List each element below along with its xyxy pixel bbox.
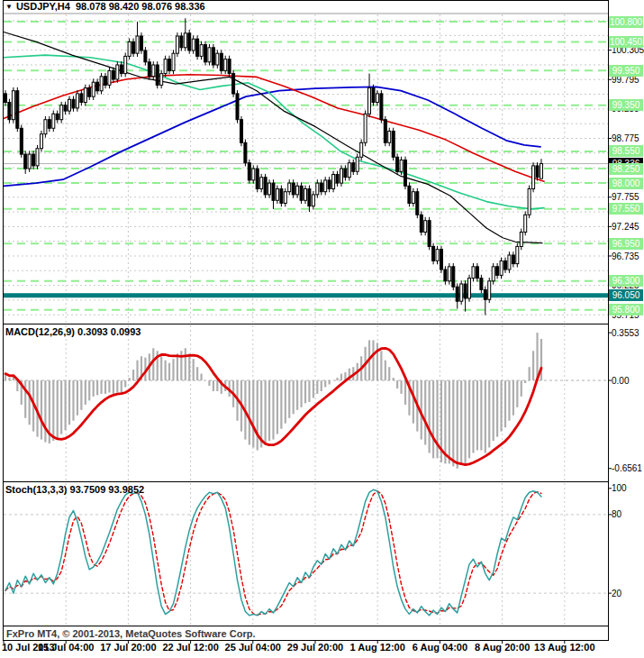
candle-bear [48, 120, 50, 129]
price-axis-label: 97.755 [612, 191, 644, 203]
candle-bear [148, 62, 150, 77]
candle-bear [476, 267, 478, 279]
candle-bear [132, 41, 135, 53]
candle-bear [8, 103, 11, 120]
candle-bear [240, 120, 243, 143]
candle-bear [328, 180, 331, 189]
candle-bear [484, 289, 486, 299]
candle-bull [368, 88, 371, 114]
candle-bear [496, 267, 499, 276]
stoch-axis-label: 20 [612, 588, 644, 599]
candle-bear [212, 48, 214, 65]
candle-bear [432, 246, 435, 260]
candle-bull [184, 33, 186, 48]
level-price-badge: 98.550 [609, 145, 643, 157]
candle-bull [92, 82, 95, 96]
candle-bear [456, 287, 458, 301]
level-price-badge: 96.300 [609, 275, 643, 287]
time-axis-label: 22 Jul 12:00 [162, 642, 218, 653]
level-price-badge: 95.800 [609, 304, 643, 315]
candle-bull [360, 142, 363, 157]
time-axis-label: 6 Aug 04:00 [413, 642, 467, 653]
candle-bull [492, 267, 494, 281]
level-price-badge: 100.800 [609, 16, 643, 28]
candle-bear [336, 175, 339, 184]
platform-copyright: FxPro MT4, © 2001-2013, MetaQuotes Softw… [6, 628, 255, 639]
candle-bear [180, 36, 183, 48]
time-axis-label: 17 Jul 20:00 [100, 642, 156, 653]
candle-bear [384, 120, 386, 143]
level-price-badge: 99.950 [609, 65, 643, 77]
candle-bear [292, 183, 295, 195]
candle-bear [220, 53, 222, 70]
price-axis-label: 97.245 [612, 221, 644, 233]
candle-bull [524, 215, 527, 232]
candle-bear [5, 94, 7, 103]
symbol-dropdown-icon[interactable]: ▼ [5, 3, 13, 11]
macd-main-value: 0.3093 [77, 326, 108, 337]
candle-bear [204, 45, 207, 62]
candle-bear [352, 163, 355, 172]
candle-bull [68, 99, 71, 111]
candle-bear [504, 260, 507, 270]
time-axis-label: 15 Jul 04:00 [38, 642, 94, 653]
candle-bull [76, 94, 78, 108]
stoch-signal-value: 93.9852 [108, 484, 144, 495]
time-axis-label: 1 Aug 12:00 [350, 642, 405, 653]
candle-bull [208, 48, 211, 62]
chart-title: ▼USDJPY,H4 98.078 98.420 98.076 98.336 [5, 1, 205, 12]
candle-bull [108, 70, 111, 85]
candle-bull [296, 186, 299, 195]
candle-bull [448, 267, 450, 281]
candle-bull [472, 267, 475, 279]
time-axis-label: 13 Aug 12:00 [534, 642, 594, 653]
candle-bull [152, 65, 155, 77]
candle-bull [364, 114, 367, 142]
candle-bull [128, 41, 131, 56]
candle-bear [236, 94, 239, 120]
candle-bear [144, 50, 147, 62]
candle-bear [248, 163, 250, 180]
stoch-main-line [5, 489, 541, 616]
candle-bear [104, 77, 107, 86]
candle-bull [540, 164, 543, 179]
candle-bear [88, 88, 91, 97]
candle-bear [64, 105, 67, 111]
candle-bull [312, 195, 314, 206]
candle-bear [428, 221, 431, 247]
stoch-indicator-label: Stoch(13,3,3) 93.7509 93.9852 [5, 484, 144, 495]
candle-bull [500, 260, 503, 275]
candle-bear [32, 154, 35, 166]
candle-bear [300, 186, 303, 200]
candle-bear [280, 189, 283, 204]
macd-signal-value: 0.0993 [111, 326, 141, 337]
candle-bull [276, 189, 278, 201]
candle-bear [416, 192, 419, 215]
candle-bull [324, 180, 327, 192]
candle-bull [284, 192, 286, 204]
candle-bear [196, 39, 199, 56]
stoch-axis-label: 80 [612, 508, 644, 520]
candle-bear [404, 160, 407, 187]
candle-bull [436, 250, 439, 261]
candle-bear [188, 33, 191, 50]
price-axis-label: 96.735 [612, 251, 644, 262]
candle-bear [320, 183, 322, 192]
candle-bear [372, 88, 375, 103]
candle-bull [164, 59, 167, 74]
time-axis-label: 25 Jul 04:00 [225, 642, 281, 653]
candle-bear [452, 267, 455, 287]
candle-bull [520, 233, 522, 247]
candle-bull [136, 36, 139, 53]
candle-bear [480, 279, 483, 290]
macd-histogram-group[interactable] [5, 333, 541, 469]
candle-bull [468, 279, 471, 298]
macd-axis-label: 0.00 [612, 375, 644, 387]
stoch-main-value: 93.7509 [70, 484, 106, 495]
candle-bear [512, 255, 514, 264]
mt4-chart-window: ▼USDJPY,H4 98.078 98.420 98.076 98.336 M… [0, 0, 644, 658]
candle-bull [216, 53, 219, 65]
support-price-badge: 96.050 [609, 289, 643, 301]
candle-bear [16, 91, 19, 129]
candle-bull [460, 284, 463, 301]
